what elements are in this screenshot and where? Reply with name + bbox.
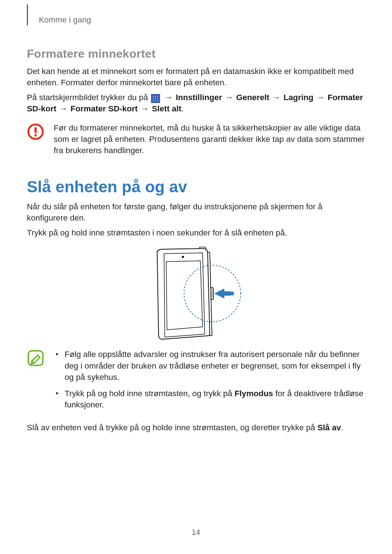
path-step-general: Generelt — [236, 93, 269, 102]
format-intro-text: Det kan hende at et minnekort som er for… — [27, 66, 365, 88]
page-header: Komme i gang — [27, 15, 365, 25]
path-step-storage: Lagring — [283, 93, 314, 102]
path-period: . — [181, 104, 184, 113]
arrow-icon: → — [317, 92, 325, 103]
note-callout: Følg alle oppslåtte advarsler og instruk… — [27, 349, 365, 415]
bullet-dot-icon — [56, 353, 58, 355]
svg-point-3 — [182, 256, 184, 258]
warning-callout: Før du formaterer minnekortet, må du hus… — [27, 122, 365, 160]
page-content: Komme i gang Formatere minnekortet Det k… — [0, 0, 392, 433]
note-body: Følg alle oppslåtte advarsler og instruk… — [54, 349, 365, 415]
arrow-icon: → — [225, 92, 233, 103]
power-off-text: Slå av enheten ved å trykke på og holde … — [27, 422, 365, 433]
path-step-erase: Slett alt — [152, 104, 181, 113]
breadcrumb: Komme i gang — [39, 15, 91, 25]
note-bullet-2: Trykk på og hold inne strømtasten, og tr… — [54, 388, 365, 410]
note-icon — [27, 349, 44, 368]
note-bullet-1: Følg alle oppslåtte advarsler og instruk… — [54, 349, 365, 382]
note-bullet-2-text: Trykk på og hold inne strømtasten, og tr… — [65, 388, 365, 410]
power-intro-text: Når du slår på enheten for første gang, … — [27, 201, 365, 223]
arrow-icon: → — [60, 103, 68, 114]
arrow-icon: → — [272, 92, 281, 103]
power-hold-text: Trykk på og hold inne strømtasten i noen… — [27, 227, 365, 238]
svg-point-2 — [34, 134, 37, 136]
format-path-text: På startskjermbildet trykker du på → Inn… — [27, 92, 365, 114]
apps-grid-icon — [151, 94, 160, 103]
section-title-power: Slå enheten på og av — [27, 178, 365, 196]
arrow-icon: → — [164, 92, 173, 103]
header-decor-bar — [27, 4, 28, 25]
note-bullet-1-text: Følg alle oppslåtte advarsler og instruk… — [65, 349, 365, 382]
path-prefix: På startskjermbildet trykker du på — [27, 93, 150, 102]
svg-rect-1 — [34, 127, 37, 133]
flight-mode-label: Flymodus — [234, 389, 273, 398]
device-power-figure — [27, 246, 365, 340]
power-off-label: Slå av — [317, 423, 341, 432]
bullet-dot-icon — [56, 392, 58, 394]
arrow-icon: → — [141, 103, 149, 114]
warning-text: Før du formaterer minnekortet, må du hus… — [54, 122, 365, 156]
warning-icon — [27, 123, 44, 142]
path-step-format2: Formater SD-kort — [70, 104, 138, 113]
path-step-settings: Innstillinger — [176, 93, 222, 102]
subsection-title-format-card: Formatere minnekortet — [27, 47, 365, 61]
page-number: 14 — [0, 528, 392, 537]
